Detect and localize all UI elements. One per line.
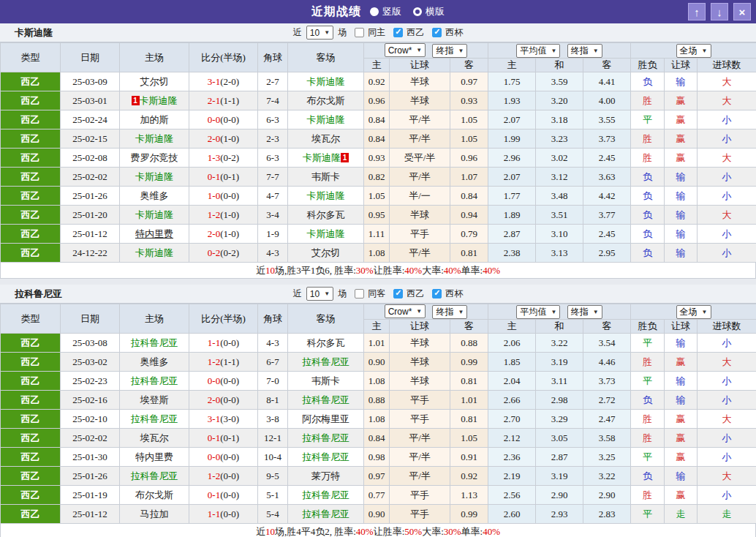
col-header-away: 客场: [288, 304, 364, 334]
team-name-link[interactable]: 卡斯迪隆: [135, 209, 173, 220]
team-name-link[interactable]: 拉科鲁尼亚: [302, 356, 349, 367]
team-name-link[interactable]: 卡斯迪隆: [307, 76, 345, 87]
match-count-select[interactable]: 10▼: [306, 287, 333, 301]
team-name-link[interactable]: 加的斯: [140, 114, 169, 125]
avg-away-odds: 2.83: [583, 505, 631, 524]
half-time-score: (1-0): [220, 133, 239, 144]
crow-handicap: 平/半: [390, 168, 450, 187]
select-value: 10: [310, 289, 320, 299]
team-name-link[interactable]: 奥维多: [140, 190, 169, 201]
team-name-link[interactable]: 艾尔切: [140, 76, 169, 87]
goals-result: 小: [698, 391, 756, 410]
team-name-link[interactable]: 科尔多瓦: [307, 337, 345, 348]
team-name-link[interactable]: 卡斯迪隆: [307, 190, 345, 201]
team-name-link[interactable]: 卡斯迪隆: [303, 152, 341, 163]
team-name-link[interactable]: 阿尔梅里亚: [302, 413, 349, 424]
bookmaker-select[interactable]: Crow*▼: [385, 43, 426, 57]
crow-home-odds: 0.88: [364, 391, 390, 410]
team-name-link[interactable]: 特内里费: [135, 451, 173, 462]
average-time-select[interactable]: 终指▼: [567, 44, 602, 58]
crow-home-odds: 1.08: [364, 244, 390, 263]
close-button[interactable]: ×: [733, 3, 751, 20]
col-header-crow-home: 主: [364, 320, 390, 334]
average-select[interactable]: 平均值▼: [516, 305, 560, 319]
col-header-avg-draw: 和: [536, 59, 583, 72]
section-summary: 近10场,胜4平4负2, 胜率:40% 让胜率:50% 大率:30% 单率:40…: [0, 524, 756, 537]
team-name-link[interactable]: 卡斯迪隆: [135, 247, 173, 258]
team-name-link[interactable]: 卡斯迪隆: [307, 228, 345, 239]
odds-time-select[interactable]: 终指▼: [432, 44, 467, 58]
crow-away-odds: 0.99: [450, 353, 488, 372]
team-name-link[interactable]: 奥维多: [140, 356, 169, 367]
red-card-badge: 1: [341, 153, 349, 162]
league-type-cell: 西乙: [1, 72, 61, 91]
team-name-link[interactable]: 拉科鲁尼亚: [302, 489, 349, 500]
score-cell: 2-0(1-0): [189, 129, 258, 149]
goals-result: 小: [698, 110, 756, 129]
team-name-link[interactable]: 布尔戈斯: [307, 95, 345, 106]
team-name-link[interactable]: 特内里费: [135, 228, 173, 239]
col-header-avg-away: 客: [583, 320, 631, 334]
same-venue-checkbox[interactable]: [355, 289, 364, 298]
bookmaker-select[interactable]: Crow*▼: [385, 304, 426, 318]
team-name-link[interactable]: 拉科鲁尼亚: [302, 394, 349, 405]
team-name-link[interactable]: 费罗尔竞技: [131, 152, 178, 163]
league-checkbox[interactable]: [393, 289, 403, 298]
score-cell: 2-0(1-0): [189, 225, 258, 244]
half-time-score: (2-0): [220, 76, 239, 87]
team-name-link[interactable]: 艾尔切: [311, 247, 340, 258]
crow-home-odds: 0.95: [364, 206, 390, 225]
full-match-select[interactable]: 全场▼: [676, 305, 711, 319]
team-name-link[interactable]: 拉科鲁尼亚: [131, 337, 178, 348]
crow-handicap: 半/一: [390, 187, 450, 206]
crow-away-odds: 0.81: [450, 372, 488, 391]
same-venue-checkbox[interactable]: [355, 28, 364, 37]
team-name-link[interactable]: 拉科鲁尼亚: [302, 432, 349, 443]
handicap-result: 输: [665, 225, 698, 244]
full-time-score: 3-1: [208, 76, 220, 87]
team-name-link[interactable]: 卡斯迪隆: [135, 171, 173, 182]
match-count-select[interactable]: 10▼: [306, 26, 333, 40]
team-name-link[interactable]: 韦斯卡: [311, 375, 340, 386]
team-name-link[interactable]: 拉科鲁尼亚: [131, 413, 178, 424]
title-bar: 近期战绩 竖版 横版 ↑ ↓ ×: [0, 0, 756, 23]
team-name-link[interactable]: 拉科鲁尼亚: [302, 451, 349, 462]
team-name-link[interactable]: 拉科鲁尼亚: [131, 375, 178, 386]
full-match-select[interactable]: 全场▼: [676, 44, 711, 58]
horizontal-layout-radio[interactable]: 横版: [413, 5, 445, 18]
footer-stat-segment: 10: [265, 526, 275, 537]
cup-checkbox[interactable]: [432, 289, 442, 298]
cup-checkbox[interactable]: [432, 28, 442, 37]
team-name-link[interactable]: 拉科鲁尼亚: [302, 508, 349, 519]
move-up-button[interactable]: ↑: [688, 3, 706, 20]
footer-stat-segment: 让胜率:: [374, 264, 405, 277]
average-select[interactable]: 平均值▼: [516, 44, 560, 58]
team-name-link[interactable]: 莱万特: [311, 470, 340, 481]
team-name-link[interactable]: 卡斯迪隆: [135, 133, 173, 144]
team-name-link[interactable]: 科尔多瓦: [307, 209, 345, 220]
team-name-link[interactable]: 韦斯卡: [311, 171, 340, 182]
home-team-cell: 加的斯: [120, 110, 189, 129]
odds-time-select[interactable]: 终指▼: [432, 305, 467, 319]
team-name-link[interactable]: 布尔戈斯: [135, 489, 173, 500]
goals-result: 小: [698, 372, 756, 391]
team-name-link[interactable]: 卡斯迪隆: [307, 114, 345, 125]
team-name-link[interactable]: 卡斯迪隆: [140, 95, 178, 106]
vertical-layout-radio[interactable]: 竖版: [370, 5, 401, 18]
average-odds-group-header: 平均值▼ 终指▼: [488, 304, 631, 320]
average-time-select[interactable]: 终指▼: [567, 305, 602, 319]
outcome-result: 平: [631, 448, 665, 467]
team-name-link[interactable]: 埃瓦尔: [311, 133, 340, 144]
match-row: 西乙25-01-20卡斯迪隆1-2(1-0)3-4科尔多瓦0.95半球0.941…: [1, 206, 756, 225]
team-name-link[interactable]: 埃瓦尔: [140, 432, 169, 443]
team-name-link[interactable]: 马拉加: [140, 508, 169, 519]
half-time-score: (0-0): [220, 489, 239, 500]
match-date-cell: 25-01-20: [61, 206, 120, 225]
team-name-link[interactable]: 拉科鲁尼亚: [131, 470, 178, 481]
avg-home-odds: 2.70: [488, 410, 536, 429]
team-name-link[interactable]: 埃登斯: [140, 394, 169, 405]
score-cell: 0-1(0-0): [189, 486, 258, 505]
league-checkbox[interactable]: [393, 28, 403, 37]
score-cell: 0-0(0-0): [189, 372, 258, 391]
move-down-button[interactable]: ↓: [711, 3, 728, 20]
